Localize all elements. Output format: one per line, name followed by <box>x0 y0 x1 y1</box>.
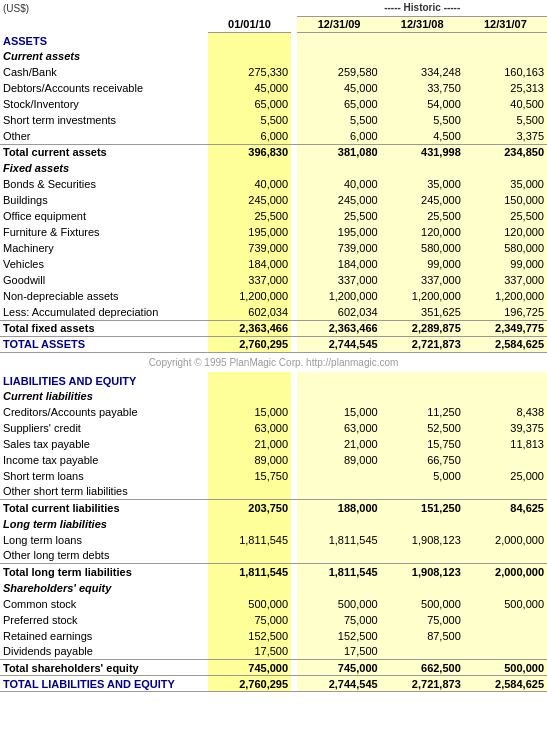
debtors-h1: 45,000 <box>297 80 380 96</box>
tse-h1: 745,000 <box>297 660 380 676</box>
less-accum-h2: 351,625 <box>381 304 464 320</box>
less-accum-label: Less: Accumulated depreciation <box>0 304 208 320</box>
suppliers-cur: 63,000 <box>208 420 291 436</box>
ta-h3: 2,584,625 <box>464 336 547 352</box>
ltl-h1 <box>297 516 380 532</box>
ta-h1: 2,744,545 <box>297 336 380 352</box>
suppliers-h1: 63,000 <box>297 420 380 436</box>
office-eq-cur: 25,500 <box>208 208 291 224</box>
col-h3-header: 12/31/07 <box>464 16 547 32</box>
ca-h3 <box>464 48 547 64</box>
shareholders-header: Shareholders' equity <box>0 580 208 596</box>
tle-cur: 2,760,295 <box>208 676 291 692</box>
total-shareholders-label: Total shareholders' equity <box>0 660 208 676</box>
cash-cur: 275,330 <box>208 64 291 80</box>
retained-h2: 87,500 <box>381 628 464 644</box>
cl-h1 <box>297 388 380 404</box>
goodwill-cur: 337,000 <box>208 272 291 288</box>
dividends-h2 <box>381 644 464 660</box>
tlt-cur: 1,811,545 <box>208 564 291 580</box>
col-h2-header: 12/31/08 <box>381 16 464 32</box>
debtors-cur: 45,000 <box>208 80 291 96</box>
stock-cur: 65,000 <box>208 96 291 112</box>
fa-h3 <box>464 160 547 176</box>
suppliers-h2: 52,500 <box>381 420 464 436</box>
cash-h3: 160,163 <box>464 64 547 80</box>
fixed-assets-header: Fixed assets <box>0 160 208 176</box>
suppliers-label: Suppliers' credit <box>0 420 208 436</box>
tse-cur: 745,000 <box>208 660 291 676</box>
creditors-h3: 8,438 <box>464 404 547 420</box>
less-accum-h3: 196,725 <box>464 304 547 320</box>
se-val <box>208 580 291 596</box>
tfa-h1: 2,363,466 <box>297 320 380 336</box>
ca-h2 <box>381 48 464 64</box>
dividends-h1: 17,500 <box>297 644 380 660</box>
ta-h2: 2,721,873 <box>381 336 464 352</box>
vehicles-h2: 99,000 <box>381 256 464 272</box>
machinery-cur: 739,000 <box>208 240 291 256</box>
furniture-h2: 120,000 <box>381 224 464 240</box>
currency-label: (US$) <box>0 0 208 16</box>
tse-h3: 500,000 <box>464 660 547 676</box>
tfa-h3: 2,349,775 <box>464 320 547 336</box>
preferred-stock-h2: 75,000 <box>381 612 464 628</box>
furniture-h1: 195,000 <box>297 224 380 240</box>
non-dep-h3: 1,200,000 <box>464 288 547 304</box>
non-dep-label: Non-depreciable assets <box>0 288 208 304</box>
non-dep-h2: 1,200,000 <box>381 288 464 304</box>
fa-val <box>208 160 291 176</box>
other-lt-label: Other long term debts <box>0 548 208 564</box>
income-tax-cur: 89,000 <box>208 452 291 468</box>
fa-h1 <box>297 160 380 176</box>
vehicles-h1: 184,000 <box>297 256 380 272</box>
tfa-cur: 2,363,466 <box>208 320 291 336</box>
fa-h2 <box>381 160 464 176</box>
tca-h1: 381,080 <box>297 144 380 160</box>
assets-h1-spacer <box>297 32 380 48</box>
common-stock-h1: 500,000 <box>297 596 380 612</box>
ltl-val <box>208 516 291 532</box>
cash-label: Cash/Bank <box>0 64 208 80</box>
lt-loans-h2: 1,908,123 <box>381 532 464 548</box>
tle-h2: 2,721,873 <box>381 676 464 692</box>
machinery-h2: 580,000 <box>381 240 464 256</box>
assets-h3-spacer <box>464 32 547 48</box>
preferred-stock-h1: 75,000 <box>297 612 380 628</box>
goodwill-h3: 337,000 <box>464 272 547 288</box>
stock-h2: 54,000 <box>381 96 464 112</box>
cl-h2 <box>381 388 464 404</box>
le-h2 <box>381 372 464 388</box>
other-lt-cur <box>208 548 291 564</box>
ta-cur: 2,760,295 <box>208 336 291 352</box>
short-loans-cur: 15,750 <box>208 468 291 484</box>
furniture-label: Furniture & Fixtures <box>0 224 208 240</box>
retained-h1: 152,500 <box>297 628 380 644</box>
cl-val <box>208 388 291 404</box>
retained-cur: 152,500 <box>208 628 291 644</box>
furniture-cur: 195,000 <box>208 224 291 240</box>
office-eq-h3: 25,500 <box>464 208 547 224</box>
tlt-h2: 1,908,123 <box>381 564 464 580</box>
dividends-cur: 17,500 <box>208 644 291 660</box>
ca-val <box>208 48 291 64</box>
ltl-h3 <box>464 516 547 532</box>
assets-h2-spacer <box>381 32 464 48</box>
total-current-assets-label: Total current assets <box>0 144 208 160</box>
ltl-h2 <box>381 516 464 532</box>
other-h3: 3,375 <box>464 128 547 144</box>
col-h1-header: 12/31/09 <box>297 16 380 32</box>
furniture-h3: 120,000 <box>464 224 547 240</box>
col-header-label <box>0 16 208 32</box>
tca-h3: 234,850 <box>464 144 547 160</box>
tfa-h2: 2,289,875 <box>381 320 464 336</box>
other-h2: 4,500 <box>381 128 464 144</box>
other-st-h3 <box>464 484 547 500</box>
sales-tax-h1: 21,000 <box>297 436 380 452</box>
lt-loans-h1: 1,811,545 <box>297 532 380 548</box>
tse-h2: 662,500 <box>381 660 464 676</box>
cash-h2: 334,248 <box>381 64 464 80</box>
retained-h3 <box>464 628 547 644</box>
historic-label: ----- Historic ----- <box>297 0 547 16</box>
buildings-h1: 245,000 <box>297 192 380 208</box>
